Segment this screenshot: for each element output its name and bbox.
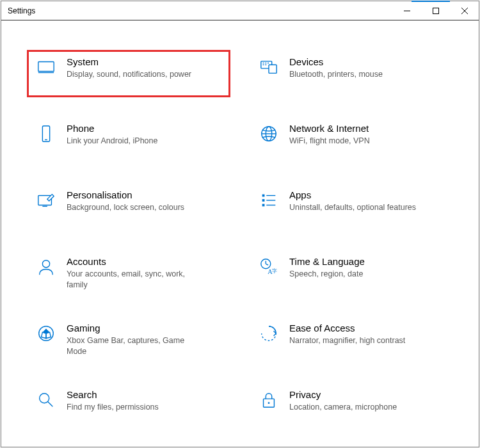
tile-text: Personalisation Background, lock screen,… <box>60 189 184 213</box>
svg-line-29 <box>266 264 268 265</box>
tile-text: Privacy Location, camera, microphone <box>283 389 397 413</box>
tile-system[interactable]: System Display, sound, notifications, po… <box>27 50 230 97</box>
svg-line-34 <box>48 402 53 407</box>
svg-point-36 <box>268 402 270 404</box>
tile-desc: Location, camera, microphone <box>289 402 397 413</box>
svg-rect-21 <box>262 199 265 202</box>
ease-of-access-icon <box>255 323 283 343</box>
tile-apps[interactable]: Apps Uninstall, defaults, optional featu… <box>250 183 453 230</box>
tile-privacy[interactable]: Privacy Location, camera, microphone <box>250 383 453 430</box>
tile-desc: Your accounts, email, sync, work, family <box>67 269 195 291</box>
devices-icon <box>255 56 283 77</box>
tile-text: Time & Language Speech, region, date <box>283 256 365 280</box>
tile-text: Phone Link your Android, iPhone <box>60 123 157 147</box>
tile-desc: Display, sound, notifications, power <box>67 69 191 80</box>
tile-title: Phone <box>67 123 157 134</box>
tile-title: Personalisation <box>67 189 184 201</box>
phone-icon <box>32 123 60 143</box>
tile-desc: Background, lock screen, colours <box>67 202 184 213</box>
svg-point-26 <box>42 260 49 268</box>
tile-text: Accounts Your accounts, email, sync, wor… <box>60 256 195 291</box>
gaming-icon <box>32 323 60 343</box>
svg-text:字: 字 <box>272 268 277 274</box>
time-language-icon: A字 <box>255 256 283 276</box>
tile-title: System <box>67 56 191 68</box>
window-controls <box>392 1 479 20</box>
tile-text: Network & Internet WiFi, flight mode, VP… <box>283 123 370 147</box>
content-area: System Display, sound, notifications, po… <box>1 20 479 447</box>
maximize-button[interactable] <box>421 1 450 20</box>
tile-desc: Xbox Game Bar, captures, Game Mode <box>67 335 195 357</box>
tile-desc: Link your Android, iPhone <box>67 136 157 147</box>
personalisation-icon <box>32 189 60 210</box>
tile-ease-of-access[interactable]: Ease of Access Narrator, magnifier, high… <box>250 316 453 364</box>
titlebar-accent <box>412 1 450 2</box>
privacy-icon <box>255 389 283 410</box>
tile-text: Apps Uninstall, defaults, optional featu… <box>283 189 416 213</box>
titlebar: Settings <box>1 1 479 20</box>
tile-desc: Speech, region, date <box>289 269 365 280</box>
system-icon <box>32 56 60 77</box>
tile-desc: Find my files, permissions <box>67 402 159 413</box>
svg-point-33 <box>40 394 49 403</box>
tile-title: Time & Language <box>289 256 365 268</box>
window-title: Settings <box>1 6 35 15</box>
tile-desc: Bluetooth, printers, mouse <box>289 69 383 80</box>
tile-devices[interactable]: Devices Bluetooth, printers, mouse <box>250 50 453 97</box>
svg-rect-4 <box>38 62 54 72</box>
tile-title: Gaming <box>67 323 195 334</box>
svg-rect-20 <box>262 195 265 197</box>
globe-icon <box>255 123 283 143</box>
tile-title: Network & Internet <box>289 123 370 134</box>
tile-text: System Display, sound, notifications, po… <box>60 56 191 80</box>
tile-phone[interactable]: Phone Link your Android, iPhone <box>27 116 230 164</box>
tile-desc: Uninstall, defaults, optional features <box>289 202 416 213</box>
svg-rect-22 <box>262 204 265 207</box>
search-icon <box>32 389 60 410</box>
settings-grid: System Display, sound, notifications, po… <box>27 50 453 430</box>
close-button[interactable] <box>450 1 479 20</box>
minimize-button[interactable] <box>392 1 421 20</box>
tile-accounts[interactable]: Accounts Your accounts, email, sync, wor… <box>27 250 230 297</box>
tile-title: Devices <box>289 56 383 68</box>
tile-title: Search <box>67 389 159 401</box>
tile-title: Ease of Access <box>289 323 405 334</box>
tile-time-language[interactable]: A字 Time & Language Speech, region, date <box>250 250 453 297</box>
accounts-icon <box>32 256 60 276</box>
tile-text: Devices Bluetooth, printers, mouse <box>283 56 383 80</box>
tile-text: Gaming Xbox Game Bar, captures, Game Mod… <box>60 323 195 357</box>
tile-desc: Narrator, magnifier, high contrast <box>289 335 405 346</box>
tile-desc: WiFi, flight mode, VPN <box>289 136 370 147</box>
apps-icon <box>255 189 283 210</box>
tile-search[interactable]: Search Find my files, permissions <box>27 383 230 430</box>
tile-title: Apps <box>289 189 416 201</box>
svg-rect-7 <box>269 65 276 73</box>
svg-rect-13 <box>42 126 49 141</box>
svg-rect-1 <box>433 8 438 13</box>
tile-text: Ease of Access Narrator, magnifier, high… <box>283 323 405 346</box>
settings-window: Settings System Display, sound, noti <box>1 1 479 447</box>
tile-title: Accounts <box>67 256 195 268</box>
tile-personalisation[interactable]: Personalisation Background, lock screen,… <box>27 183 230 230</box>
tile-title: Privacy <box>289 389 397 401</box>
tile-gaming[interactable]: Gaming Xbox Game Bar, captures, Game Mod… <box>27 316 230 364</box>
tile-text: Search Find my files, permissions <box>60 389 159 413</box>
tile-network[interactable]: Network & Internet WiFi, flight mode, VP… <box>250 116 453 164</box>
